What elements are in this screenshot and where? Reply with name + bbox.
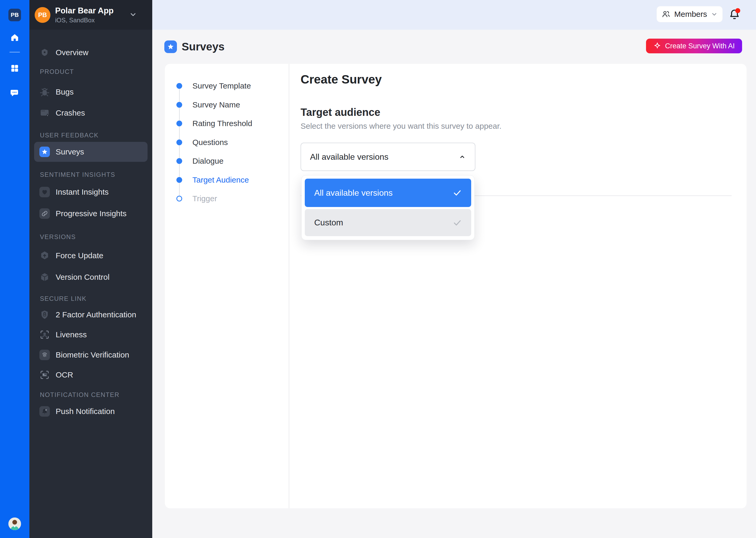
sidebar-item-surveys[interactable]: Surveys xyxy=(34,142,148,162)
notifications-bell-icon[interactable] xyxy=(729,9,741,21)
check-icon xyxy=(453,188,462,197)
step-dot xyxy=(176,139,182,145)
sidebar-item-label: Force Update xyxy=(56,251,103,260)
face-scan-icon xyxy=(39,329,50,340)
step-dialogue[interactable]: Dialogue xyxy=(176,156,286,166)
members-icon xyxy=(661,10,670,19)
step-dot xyxy=(176,158,182,164)
heart-icon xyxy=(39,187,50,197)
app-name: Polar Bear App xyxy=(55,6,114,16)
target-audience-description: Select the versions where you want this … xyxy=(301,122,501,131)
step-label: Dialogue xyxy=(192,157,223,166)
step-label: Survey Template xyxy=(192,81,251,90)
sidebar-item-version-control[interactable]: Version Control xyxy=(34,267,148,287)
step-survey-name[interactable]: Survey Name xyxy=(176,100,286,110)
sidebar-item-crashes[interactable]: Crashes xyxy=(34,103,148,123)
home-icon[interactable] xyxy=(10,33,20,42)
sidebar-item-bugs[interactable]: Bugs xyxy=(34,82,148,102)
cube-icon xyxy=(39,272,50,282)
step-dot xyxy=(176,177,182,183)
check-icon xyxy=(453,218,462,227)
crash-window-icon xyxy=(39,108,50,118)
chevron-down-icon xyxy=(711,11,718,18)
hexagon-up-arrow-icon xyxy=(39,250,50,261)
overview-icon xyxy=(39,47,50,58)
target-audience-heading: Target audience xyxy=(301,106,380,118)
star-icon xyxy=(39,146,50,157)
app-avatar: PB xyxy=(35,7,50,23)
sidebar-item-label: Crashes xyxy=(56,108,85,117)
section-label-secure-link: SECURE LINK xyxy=(34,295,148,303)
step-dot xyxy=(176,121,182,126)
sidebar-item-biometric-verification[interactable]: Biometric Verification xyxy=(34,345,148,365)
link-icon xyxy=(39,208,50,219)
option-all-available-versions[interactable]: All available versions xyxy=(305,179,471,207)
versions-dropdown-menu: All available versions Custom xyxy=(301,175,475,240)
section-label-product: PRODUCT xyxy=(34,68,148,76)
sidebar-item-force-update[interactable]: Force Update xyxy=(34,245,148,266)
step-target-audience[interactable]: Target Audience xyxy=(176,175,286,185)
step-dot xyxy=(176,83,182,89)
sidebar-item-ocr[interactable]: OCR xyxy=(34,365,148,385)
sidebar-item-label: Liveness xyxy=(56,330,87,339)
create-survey-card: Survey Template Survey Name Rating Thres… xyxy=(165,64,746,508)
app-environment: iOS, SandBox xyxy=(55,17,114,24)
user-avatar[interactable] xyxy=(8,517,21,530)
bell-icon xyxy=(39,406,50,417)
versions-select-value: All available versions xyxy=(310,152,389,162)
icon-rail: PB xyxy=(0,0,29,538)
rail-divider xyxy=(10,52,20,53)
option-label: Custom xyxy=(314,218,343,228)
step-questions[interactable]: Questions xyxy=(176,137,286,148)
sidebar-item-label: 2 Factor Authentication xyxy=(56,310,136,319)
sidebar-item-overview[interactable]: Overview xyxy=(34,42,148,63)
sidebar-item-label: Push Notification xyxy=(56,407,115,416)
sidebar-item-label: Overview xyxy=(56,48,88,57)
main-area: Members Surveys Create Survey With AI xyxy=(152,0,756,538)
app-switcher[interactable]: PB Polar Bear App iOS, SandBox xyxy=(29,0,152,30)
sidebar-item-label: OCR xyxy=(56,370,73,379)
sidebar-item-progressive-insights[interactable]: Progressive Insights xyxy=(34,204,148,224)
option-label: All available versions xyxy=(314,188,393,198)
sidebar-item-push-notification[interactable]: Push Notification xyxy=(34,402,148,421)
section-label-versions: VERSIONS xyxy=(34,233,148,241)
create-survey-with-ai-button[interactable]: Create Survey With AI xyxy=(646,39,742,53)
sidebar-item-liveness[interactable]: Liveness xyxy=(34,325,148,345)
chevron-down-icon xyxy=(129,11,137,20)
section-label-notification-center: NOTIFICATION CENTER xyxy=(34,391,148,399)
versions-select[interactable]: All available versions xyxy=(301,143,475,171)
wizard-content: Create Survey Target audience Select the… xyxy=(301,64,746,508)
page-title: Surveys xyxy=(182,40,224,53)
wizard-title: Create Survey xyxy=(301,72,382,86)
page-header: Surveys xyxy=(164,40,224,53)
step-label: Rating Threshold xyxy=(192,119,252,128)
chat-icon[interactable] xyxy=(10,88,20,98)
topbar: Members xyxy=(152,0,756,30)
step-label: Questions xyxy=(192,138,228,147)
ai-button-label: Create Survey With AI xyxy=(665,42,735,50)
chevron-up-icon xyxy=(458,153,466,161)
sidebar-item-2fa[interactable]: 2 Factor Authentication xyxy=(34,305,148,325)
step-dot xyxy=(176,196,182,201)
sidebar-item-label: Bugs xyxy=(56,87,73,96)
grid-icon[interactable] xyxy=(10,64,20,73)
section-label-sentiment-insights: SENTIMENT INSIGHTS xyxy=(34,171,148,179)
step-trigger[interactable]: Trigger xyxy=(176,193,286,204)
workspace-badge[interactable]: PB xyxy=(8,9,21,21)
shield-lock-icon xyxy=(39,309,50,320)
option-custom[interactable]: Custom xyxy=(305,209,471,236)
bug-icon xyxy=(39,87,50,97)
sidebar-nav: Overview PRODUCT Bugs Crashes xyxy=(29,42,152,421)
sidebar: PB Polar Bear App iOS, SandBox Overview … xyxy=(29,0,152,538)
app-meta: Polar Bear App iOS, SandBox xyxy=(55,6,114,24)
members-button[interactable]: Members xyxy=(656,6,723,22)
step-dot xyxy=(176,102,182,108)
sidebar-item-label: Instant Insights xyxy=(56,188,109,196)
step-rating-threshold[interactable]: Rating Threshold xyxy=(176,118,286,129)
step-label: Survey Name xyxy=(192,100,240,109)
card-scan-icon xyxy=(39,370,50,380)
step-label: Target Audience xyxy=(192,176,249,185)
step-survey-template[interactable]: Survey Template xyxy=(176,81,286,91)
sparkle-icon xyxy=(653,42,661,50)
sidebar-item-instant-insights[interactable]: Instant Insights xyxy=(34,182,148,202)
